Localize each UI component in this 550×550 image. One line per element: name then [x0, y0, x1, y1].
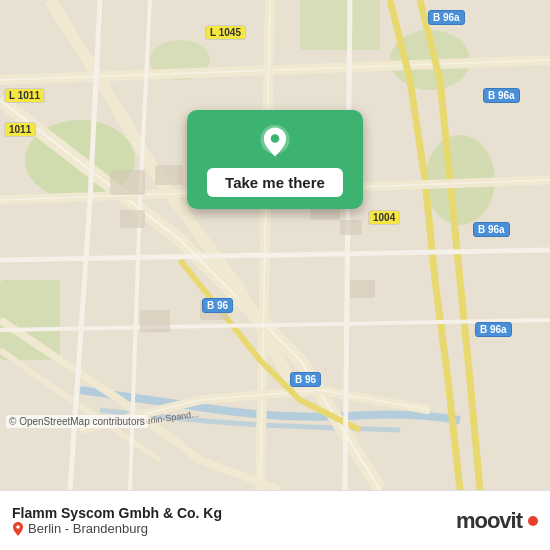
pin-icon [257, 124, 293, 160]
location-card[interactable]: Take me there [187, 110, 363, 209]
road-badge-b96a-1: B 96a [428, 10, 465, 25]
road-badge-b96-lower: B 96 [290, 372, 321, 387]
svg-point-18 [271, 134, 280, 143]
road-badge-l1011: L 1011 [4, 88, 45, 103]
footer-left: Flamm Syscom Gmbh & Co. Kg Berlin - Bran… [12, 505, 222, 536]
svg-rect-9 [120, 210, 145, 228]
location-pin-icon [12, 522, 24, 536]
moovit-dot [528, 516, 538, 526]
location-text: Berlin - Brandenburg [28, 521, 148, 536]
svg-rect-7 [110, 170, 145, 195]
road-badge-1011: 1011 [4, 122, 36, 137]
road-badge-1004: 1004 [368, 210, 400, 225]
map-container: Berlin-Spand... B 96a B 96a B 96a B 96a … [0, 0, 550, 490]
svg-rect-6 [300, 0, 380, 50]
svg-rect-11 [340, 220, 362, 235]
attribution-text: © OpenStreetMap contributors [6, 415, 148, 428]
svg-point-19 [16, 525, 20, 529]
svg-rect-2 [0, 280, 60, 360]
svg-rect-8 [155, 165, 183, 185]
company-name: Flamm Syscom Gmbh & Co. Kg [12, 505, 222, 521]
footer: Flamm Syscom Gmbh & Co. Kg Berlin - Bran… [0, 490, 550, 550]
road-badge-b96-mid: B 96 [202, 298, 233, 313]
svg-rect-14 [350, 280, 375, 298]
road-badge-l1045: L 1045 [205, 25, 246, 40]
road-badge-b96a-3: B 96a [473, 222, 510, 237]
take-me-there-button[interactable]: Take me there [207, 168, 343, 197]
road-badge-b96a-2: B 96a [483, 88, 520, 103]
moovit-logo: moovit [456, 508, 538, 534]
moovit-text: moovit [456, 508, 522, 534]
road-badge-b96a-4: B 96a [475, 322, 512, 337]
svg-rect-13 [140, 310, 170, 332]
company-location: Berlin - Brandenburg [12, 521, 222, 536]
